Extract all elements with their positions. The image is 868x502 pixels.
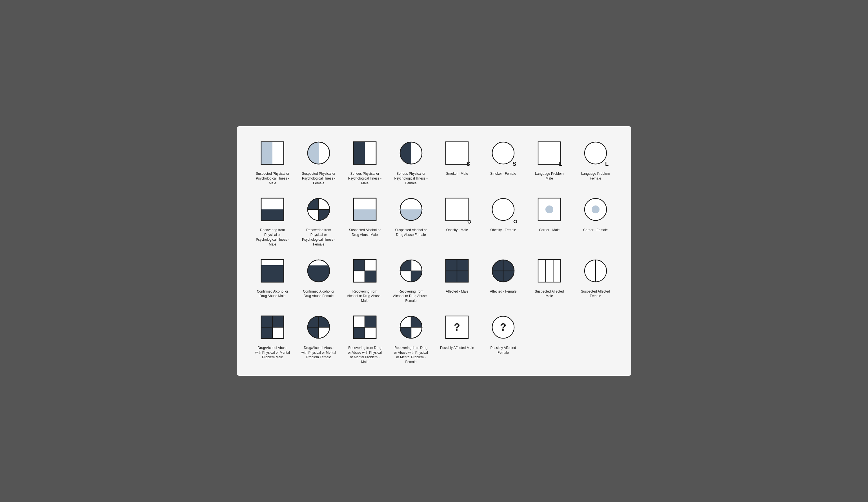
recovering-physical-illness-male-icon bbox=[257, 194, 288, 225]
suspected-alcohol-female: Suspected Alcohol or Drug Abuse Female bbox=[389, 194, 433, 247]
svg-rect-14 bbox=[400, 142, 411, 164]
serious-physical-illness-male-icon bbox=[349, 137, 380, 168]
obesity-female-label: Obesity - Female bbox=[490, 228, 516, 233]
svg-text:S: S bbox=[466, 161, 470, 167]
language-problem-female-label: Language Problem Female bbox=[577, 171, 614, 181]
language-problem-male-label: Language Problem Male bbox=[531, 171, 568, 181]
suspected-alcohol-male-label: Suspected Alcohol or Drug Abuse Male bbox=[347, 228, 383, 237]
recovering-physical-illness-female: Recovering from Physical or Psychologica… bbox=[297, 194, 340, 247]
suspected-alcohol-male: Suspected Alcohol or Drug Abuse Male bbox=[343, 194, 386, 247]
svg-point-22 bbox=[585, 142, 607, 164]
svg-point-45 bbox=[492, 198, 514, 221]
svg-rect-62 bbox=[353, 259, 365, 271]
confirmed-alcohol-female-label: Confirmed Alcohol or Drug Abuse Female bbox=[300, 289, 337, 299]
svg-rect-53 bbox=[261, 265, 284, 282]
possibly-affected-male: ?Possibly Affected Male bbox=[435, 312, 479, 365]
suspected-physical-illness-female-icon bbox=[303, 137, 334, 168]
suspected-affected-male: Suspected Affected Male bbox=[528, 255, 571, 303]
svg-point-18 bbox=[492, 142, 514, 164]
svg-rect-26 bbox=[261, 209, 284, 221]
smoker-female: SSmoker - Female bbox=[482, 137, 525, 185]
recovering-drug-mental-male-icon bbox=[349, 312, 380, 343]
svg-rect-81 bbox=[538, 259, 561, 282]
possibly-affected-female: ?Possibly Affected Female bbox=[482, 312, 525, 365]
recovering-drug-mental-female-label: Recovering from Drug or Abuse with Physi… bbox=[393, 346, 430, 365]
smoker-male-label: Smoker - Male bbox=[446, 171, 468, 176]
suspected-physical-illness-male: Suspected Physical or Psychological Illn… bbox=[251, 137, 294, 185]
recovering-drug-mental-male: Recovering from Drug or Abuse with Physi… bbox=[343, 312, 386, 365]
possibly-affected-female-icon: ? bbox=[488, 312, 519, 343]
serious-physical-illness-female-icon bbox=[395, 137, 426, 168]
affected-male-label: Affected - Male bbox=[446, 289, 468, 294]
drug-alcohol-mental-male-icon bbox=[257, 312, 288, 343]
possibly-affected-male-label: Possibly Affected Male bbox=[440, 346, 474, 350]
drug-alcohol-mental-female-label: Drug/Alcohol Abuse with Physical or Ment… bbox=[300, 346, 337, 360]
affected-female-icon bbox=[488, 255, 519, 286]
drug-alcohol-mental-female: Drug/Alcohol Abuse with Physical or Ment… bbox=[297, 312, 340, 365]
svg-rect-37 bbox=[353, 209, 376, 221]
svg-text:L: L bbox=[605, 161, 609, 167]
smoker-female-icon: S bbox=[488, 137, 519, 168]
confirmed-alcohol-female: Confirmed Alcohol or Drug Abuse Female bbox=[297, 255, 340, 303]
carrier-female: Carrier - Female bbox=[574, 194, 617, 247]
svg-text:?: ? bbox=[500, 321, 506, 332]
suspected-physical-illness-female-label: Suspected Physical or Psychological Illn… bbox=[300, 171, 337, 185]
language-problem-female: LLanguage Problem Female bbox=[574, 137, 617, 185]
svg-rect-16 bbox=[446, 142, 468, 164]
svg-point-46 bbox=[514, 220, 517, 223]
confirmed-alcohol-male: Confirmed Alcohol or Drug Abuse Male bbox=[251, 255, 294, 303]
smoker-male-icon: S bbox=[442, 137, 473, 168]
svg-rect-6 bbox=[307, 142, 319, 164]
serious-physical-illness-male-label: Serious Physical or Psychological Illnes… bbox=[347, 171, 383, 185]
svg-rect-103 bbox=[353, 327, 365, 339]
obesity-female: Obesity - Female bbox=[482, 194, 525, 247]
recovering-alcohol-male-icon bbox=[349, 255, 380, 286]
carrier-male-label: Carrier - Male bbox=[539, 228, 559, 233]
suspected-physical-illness-male-label: Suspected Physical or Psychological Illn… bbox=[254, 171, 291, 185]
confirmed-alcohol-male-label: Confirmed Alcohol or Drug Abuse Male bbox=[254, 289, 291, 299]
recovering-alcohol-female: Recovering from Alcohol or Drug Abuse - … bbox=[389, 255, 433, 303]
suspected-affected-female-label: Suspected Affected Female bbox=[577, 289, 614, 299]
recovering-drug-mental-female-icon bbox=[395, 312, 426, 343]
suspected-physical-illness-female: Suspected Physical or Psychological Illn… bbox=[297, 137, 340, 185]
recovering-physical-illness-female-label: Recovering from Physical or Psychologica… bbox=[300, 228, 337, 247]
svg-rect-57 bbox=[308, 265, 330, 287]
recovering-physical-illness-male-label: Recovering from Physical or Psychologica… bbox=[254, 228, 291, 247]
svg-point-48 bbox=[545, 205, 553, 213]
possibly-affected-male-icon: ? bbox=[442, 312, 473, 343]
recovering-alcohol-male: Recovering from Alcohol or Drug Abuse - … bbox=[343, 255, 386, 303]
recovering-drug-mental-male-label: Recovering from Drug or Abuse with Physi… bbox=[347, 346, 383, 365]
svg-rect-102 bbox=[365, 316, 376, 327]
symbol-grid: Suspected Physical or Psychological Illn… bbox=[251, 137, 617, 365]
recovering-alcohol-female-label: Recovering from Alcohol or Drug Abuse - … bbox=[393, 289, 430, 303]
carrier-female-label: Carrier - Female bbox=[583, 228, 608, 233]
carrier-male: Carrier - Male bbox=[528, 194, 571, 247]
svg-point-44 bbox=[468, 221, 471, 223]
language-problem-male: LLanguage Problem Male bbox=[528, 137, 571, 185]
smoker-male: SSmoker - Male bbox=[435, 137, 479, 185]
serious-physical-illness-female-label: Serious Physical or Psychological Illnes… bbox=[393, 171, 430, 185]
svg-text:?: ? bbox=[454, 321, 460, 332]
affected-female-label: Affected - Female bbox=[490, 289, 517, 294]
svg-rect-10 bbox=[353, 142, 365, 164]
suspected-affected-male-icon bbox=[534, 255, 565, 286]
main-card: Suspected Physical or Psychological Illn… bbox=[237, 126, 631, 376]
svg-text:S: S bbox=[513, 161, 516, 167]
confirmed-alcohol-female-icon bbox=[303, 255, 334, 286]
obesity-male-label: Obesity - Male bbox=[446, 228, 468, 233]
svg-text:L: L bbox=[559, 161, 562, 167]
suspected-alcohol-female-icon bbox=[395, 194, 426, 225]
affected-male: Affected - Male bbox=[435, 255, 479, 303]
suspected-affected-male-label: Suspected Affected Male bbox=[531, 289, 568, 299]
obesity-male: Obesity - Male bbox=[435, 194, 479, 247]
svg-rect-20 bbox=[538, 142, 561, 164]
language-problem-female-icon: L bbox=[580, 137, 611, 168]
obesity-female-icon bbox=[488, 194, 519, 225]
language-problem-male-icon: L bbox=[534, 137, 565, 168]
suspected-affected-female-icon bbox=[580, 255, 611, 286]
suspected-alcohol-male-icon bbox=[349, 194, 380, 225]
recovering-physical-illness-male: Recovering from Physical or Psychologica… bbox=[251, 194, 294, 247]
suspected-alcohol-female-label: Suspected Alcohol or Drug Abuse Female bbox=[393, 228, 430, 237]
svg-rect-41 bbox=[400, 209, 422, 221]
possibly-affected-female-label: Possibly Affected Female bbox=[485, 346, 521, 355]
